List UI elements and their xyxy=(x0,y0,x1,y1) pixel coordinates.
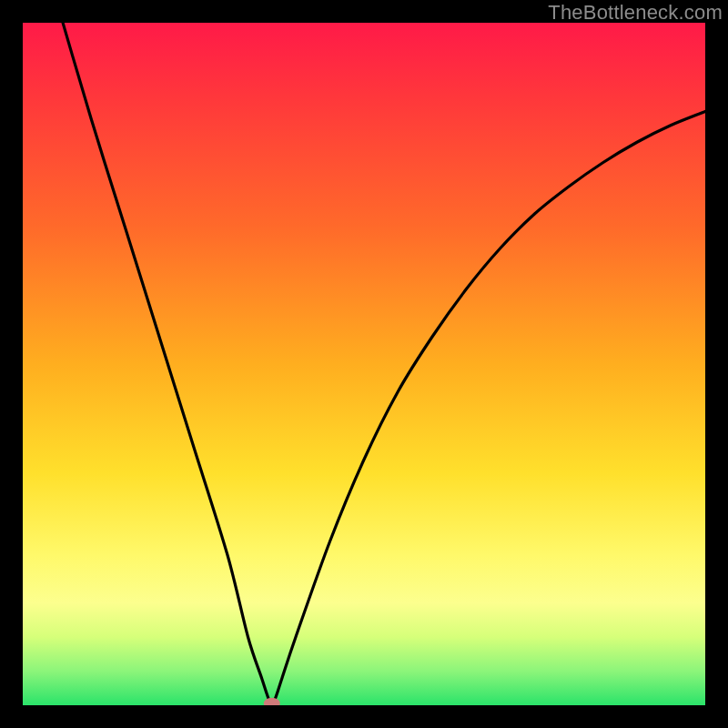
optimum-marker xyxy=(264,698,280,705)
plot-area xyxy=(23,23,705,705)
watermark-text: TheBottleneck.com xyxy=(548,1,723,25)
bottleneck-curve xyxy=(23,23,705,703)
chart-frame: TheBottleneck.com xyxy=(0,0,728,728)
curve-layer xyxy=(23,23,705,705)
